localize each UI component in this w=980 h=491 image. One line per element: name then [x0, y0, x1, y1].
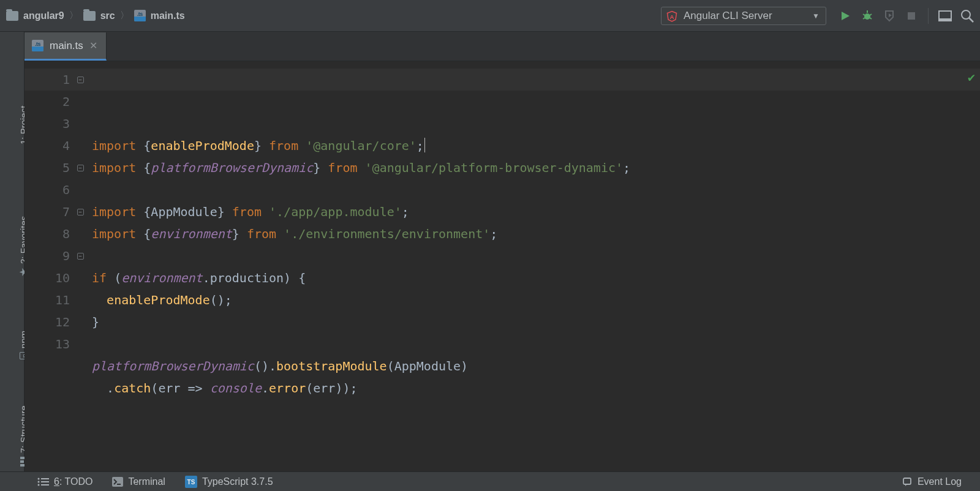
coverage-icon[interactable]	[883, 9, 896, 23]
tab-label: main.ts	[50, 40, 83, 52]
stop-icon[interactable]	[905, 9, 918, 23]
fold-cell	[76, 91, 85, 113]
fold-strip: −−−−	[76, 69, 85, 355]
token-kw: from	[232, 204, 269, 219]
terminal-tool[interactable]: Terminal	[102, 476, 175, 487]
fold-cell	[76, 333, 85, 355]
token-str: './environments/environment'	[284, 227, 490, 241]
breadcrumb-item[interactable]: src	[83, 10, 115, 21]
code-line[interactable]: import {platformBrowserDynamic} from '@a…	[92, 157, 980, 179]
token-br: ) {	[284, 271, 306, 285]
debug-icon[interactable]	[861, 9, 874, 23]
token-br: }	[217, 204, 232, 219]
token-kw: import	[92, 227, 143, 241]
navigation-bar: angular9〉src〉.tsmain.ts A Angular CLI Se…	[0, 0, 980, 32]
code-line[interactable]: enableProdMode();	[92, 289, 980, 311]
code-line[interactable]: .catch(err => console.error(err));	[92, 377, 980, 399]
fold-cell	[76, 223, 85, 245]
token-br: (AppModule)	[387, 359, 468, 373]
line-number[interactable]: 10	[24, 267, 70, 289]
svg-rect-10	[908, 12, 915, 20]
line-number[interactable]: 1	[24, 69, 70, 91]
svg-rect-24	[112, 477, 123, 487]
fold-cell	[76, 179, 85, 201]
token-ital: platformBrowserDynamic	[92, 359, 254, 373]
code-line[interactable]: import {AppModule} from './app/app.modul…	[92, 201, 980, 223]
editor[interactable]: 12345678910111213 −−−− ✔ import {enableP…	[24, 61, 980, 471]
token-kw: import	[92, 138, 143, 153]
token-br: ;	[417, 138, 424, 153]
token-br: ();	[210, 293, 232, 307]
token-br: (err));	[306, 381, 357, 395]
typescript-tool[interactable]: TS TypeScript 3.7.5	[175, 476, 283, 488]
code-line[interactable]	[92, 179, 980, 201]
folder-icon	[6, 11, 18, 21]
line-number[interactable]: 5	[24, 157, 70, 179]
line-number[interactable]: 4	[24, 135, 70, 157]
line-number[interactable]: 11	[24, 289, 70, 311]
svg-point-18	[38, 478, 40, 479]
svg-rect-16	[20, 460, 24, 463]
close-icon[interactable]: ✕	[89, 40, 97, 51]
token-ital: environment	[151, 227, 232, 241]
code-line[interactable]	[92, 333, 980, 355]
token-fn-call: catch	[114, 381, 151, 395]
todo-tool[interactable]: 6: TODO	[0, 476, 102, 487]
svg-line-14	[969, 18, 973, 22]
fold-toggle-icon[interactable]: −	[77, 209, 84, 216]
token-pname: production	[210, 271, 284, 285]
typescript-label: TypeScript 3.7.5	[202, 476, 273, 487]
svg-point-22	[38, 484, 40, 485]
code-line[interactable]: import {environment} from './environment…	[92, 223, 980, 245]
svg-marker-9	[889, 13, 892, 17]
fold-cell: −	[76, 157, 85, 179]
event-log[interactable]: Event Log	[892, 476, 971, 487]
line-number[interactable]: 2	[24, 91, 70, 113]
ts-file-icon: .ts	[32, 40, 43, 51]
code-line[interactable]	[92, 245, 980, 267]
run-configuration-combo[interactable]: A Angular CLI Server ▼	[661, 7, 826, 25]
line-number[interactable]: 9	[24, 245, 70, 267]
search-icon[interactable]	[960, 9, 974, 23]
code-line[interactable]: platformBrowserDynamic().bootstrapModule…	[92, 355, 980, 377]
breadcrumb-label: main.ts	[151, 10, 185, 21]
fold-cell	[76, 135, 85, 157]
line-number[interactable]: 6	[24, 179, 70, 201]
fold-cell	[76, 311, 85, 333]
svg-point-3	[864, 13, 870, 20]
editor-tab[interactable]: .tsmain.ts✕	[24, 32, 107, 61]
code-line[interactable]: if (environment.production) {	[92, 267, 980, 289]
code-line[interactable]: }	[92, 311, 980, 333]
svg-line-7	[863, 18, 865, 19]
typescript-icon: TS	[185, 476, 197, 488]
code-line[interactable]	[92, 399, 980, 421]
run-icon[interactable]	[839, 9, 852, 23]
svg-text:A: A	[669, 13, 674, 20]
breadcrumb-item[interactable]: .tsmain.ts	[134, 10, 185, 21]
fold-toggle-icon[interactable]: −	[77, 165, 84, 171]
svg-rect-19	[41, 478, 49, 479]
line-number[interactable]: 13	[24, 333, 70, 355]
event-log-label: Event Log	[918, 476, 962, 487]
svg-text:TS: TS	[187, 479, 195, 485]
toolbar-right: A Angular CLI Server ▼	[661, 7, 974, 25]
line-number[interactable]: 12	[24, 311, 70, 333]
token-br: ;	[402, 204, 409, 219]
line-number[interactable]: 8	[24, 223, 70, 245]
svg-rect-28	[903, 478, 911, 484]
code-line[interactable]: import {enableProdMode} from '@angular/c…	[92, 135, 980, 157]
folder-icon	[83, 11, 96, 21]
token-ital: platformBrowserDynamic	[151, 160, 313, 175]
token-fn: enableProdMode	[151, 138, 254, 153]
line-number[interactable]: 7	[24, 201, 70, 223]
breadcrumbs: angular9〉src〉.tsmain.ts	[6, 10, 185, 21]
layout-icon[interactable]	[938, 9, 952, 23]
fold-toggle-icon[interactable]: −	[77, 253, 84, 260]
line-number[interactable]: 3	[24, 113, 70, 135]
code-area[interactable]: ✔ import {enableProdMode} from '@angular…	[88, 61, 980, 471]
token-br: .	[92, 381, 114, 395]
token-dot: .	[203, 271, 210, 285]
svg-line-5	[863, 14, 865, 15]
fold-toggle-icon[interactable]: −	[77, 77, 84, 83]
breadcrumb-item[interactable]: angular9	[6, 10, 64, 21]
